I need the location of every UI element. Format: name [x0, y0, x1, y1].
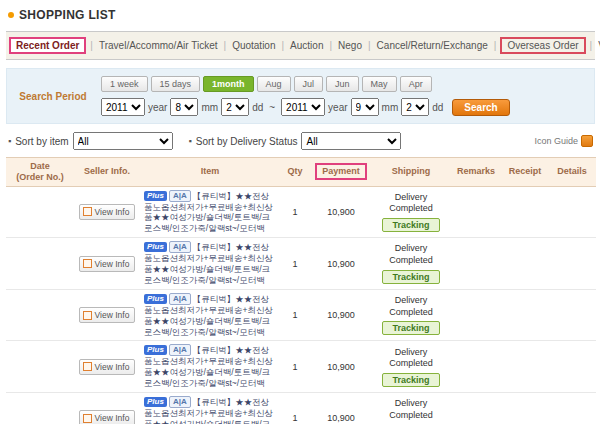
tab-divider: |	[590, 40, 593, 51]
header-date: Date (Order No.)	[6, 158, 74, 187]
item-title[interactable]: PlusA|A【큐티벅】★★전상품노옵션최저가+무료배송+최신상품★★여성가방/…	[144, 396, 276, 424]
from-month-label: mm	[201, 102, 218, 113]
view-info-button[interactable]: View Info	[79, 307, 136, 323]
icon-guide-link[interactable]: Icon Guide	[534, 135, 593, 147]
remarks-cell	[450, 341, 502, 393]
from-day-label: dd	[252, 102, 263, 113]
payment-cell: 10,900	[310, 341, 372, 393]
quick-1month-button[interactable]: 1month	[203, 76, 254, 92]
sort-delivery-bullet: ▪	[189, 136, 192, 146]
shipping-status: Delivery Completed	[380, 295, 442, 318]
tracking-button[interactable]: Tracking	[382, 321, 439, 335]
tab-auction[interactable]: Auction	[288, 39, 325, 52]
tab-nego[interactable]: Nego	[336, 39, 364, 52]
aa-badge: A|A	[169, 396, 191, 408]
qty-cell: 1	[280, 393, 310, 424]
date-range-row: 2011 year 8 mm 2 dd ~ 2011 year 9 mm 2 d…	[101, 98, 594, 116]
item-title[interactable]: PlusA|A【큐티벅】★★전상품노옵션최저가+무료배송+최신상품★★여성가방/…	[144, 190, 276, 235]
receipt-cell	[502, 341, 548, 393]
aa-badge: A|A	[169, 344, 191, 356]
tab-cancel-return-exchange[interactable]: Cancel/Return/Exchange	[375, 39, 490, 52]
plus-badge: Plus	[144, 294, 167, 304]
view-info-button[interactable]: View Info	[79, 204, 136, 220]
seller-info-cell: View Info	[74, 341, 140, 393]
quick-15days-button[interactable]: 15 days	[151, 76, 201, 92]
sort-item-bullet: ▪	[8, 136, 11, 146]
view-info-button[interactable]: View Info	[79, 410, 136, 424]
tab-divider: |	[368, 40, 371, 51]
seller-info-icon	[83, 259, 92, 268]
order-tab-bar: Recent Order | Travel/Accommo/Air Ticket…	[6, 31, 595, 60]
seller-info-cell: View Info	[74, 186, 140, 238]
to-day-select[interactable]: 2	[401, 98, 429, 116]
item-cell: PlusA|A【큐티벅】★★전상품노옵션최저가+무료배송+최신상품★★여성가방/…	[140, 289, 280, 341]
table-header-row: Date (Order No.) Seller Info. Item Qty P…	[6, 158, 596, 187]
tab-divider: |	[90, 40, 93, 51]
view-info-button[interactable]: View Info	[79, 359, 136, 375]
shipping-cell: Delivery Completed Tracking	[372, 186, 450, 238]
search-period-label: Search Period	[7, 69, 99, 123]
quick-jun-button[interactable]: Jun	[326, 76, 359, 92]
to-month-select[interactable]: 9	[351, 98, 379, 116]
item-title[interactable]: PlusA|A【큐티벅】★★전상품노옵션최저가+무료배송+최신상품★★여성가방/…	[144, 293, 276, 338]
sort-by-item-select[interactable]: All	[73, 132, 173, 150]
item-cell: PlusA|A【큐티벅】★★전상품노옵션최저가+무료배송+최신상품★★여성가방/…	[140, 393, 280, 424]
receipt-cell	[502, 238, 548, 290]
details-cell	[548, 186, 596, 238]
header-seller-info: Seller Info.	[74, 158, 140, 187]
tracking-button[interactable]: Tracking	[382, 218, 439, 232]
item-cell: PlusA|A【큐티벅】★★전상품노옵션최저가+무료배송+최신상품★★여성가방/…	[140, 341, 280, 393]
aa-badge: A|A	[169, 241, 191, 253]
from-day-select[interactable]: 2	[221, 98, 249, 116]
quick-may-button[interactable]: May	[362, 76, 397, 92]
search-controls: 1 week 15 days 1month Aug Jul Jun May Ap…	[99, 69, 594, 123]
tab-quotation[interactable]: Quotation	[230, 39, 277, 52]
title-bullet-icon	[8, 12, 14, 18]
details-cell	[548, 289, 596, 341]
table-row: View Info PlusA|A【큐티벅】★★전상품노옵션최저가+무료배송+최…	[6, 186, 596, 238]
tab-overseas-order[interactable]: Overseas Order	[500, 37, 585, 54]
tab-recent-order[interactable]: Recent Order	[9, 37, 86, 54]
tracking-button[interactable]: Tracking	[382, 270, 439, 284]
aa-badge: A|A	[169, 190, 191, 202]
seller-info-icon	[83, 207, 92, 216]
tracking-button[interactable]: Tracking	[382, 373, 439, 387]
quick-period-buttons: 1 week 15 days 1month Aug Jul Jun May Ap…	[101, 76, 594, 92]
from-month-select[interactable]: 8	[170, 98, 198, 116]
qty-cell: 1	[280, 186, 310, 238]
payment-cell: 10,900	[310, 186, 372, 238]
from-year-select[interactable]: 2011	[101, 98, 145, 116]
quick-1week-button[interactable]: 1 week	[101, 76, 148, 92]
header-payment: Payment	[310, 158, 372, 187]
shipping-status: Delivery Completed	[380, 243, 442, 266]
quick-aug-button[interactable]: Aug	[257, 76, 291, 92]
view-info-button[interactable]: View Info	[79, 256, 136, 272]
seller-info-cell: View Info	[74, 289, 140, 341]
tab-travel-accommo-air-ticket[interactable]: Travel/Accommo/Air Ticket	[97, 39, 220, 52]
sort-by-item-label: Sort by item	[15, 136, 68, 147]
item-title[interactable]: PlusA|A【큐티벅】★★전상품노옵션최저가+무료배송+최신상품★★여성가방/…	[144, 241, 276, 286]
orders-table: Date (Order No.) Seller Info. Item Qty P…	[6, 157, 596, 424]
header-shipping: Shipping	[372, 158, 450, 187]
sort-filter-row: ▪ Sort by item All ▪ Sort by Delivery St…	[6, 124, 595, 157]
quick-jul-button[interactable]: Jul	[294, 76, 324, 92]
tab-divider: |	[494, 40, 497, 51]
page-title: SHOPPING LIST	[19, 8, 116, 22]
quick-apr-button[interactable]: Apr	[400, 76, 432, 92]
qty-cell: 1	[280, 341, 310, 393]
table-row: View Info PlusA|A【큐티벅】★★전상품노옵션최저가+무료배송+최…	[6, 289, 596, 341]
search-button[interactable]: Search	[452, 99, 509, 116]
item-cell: PlusA|A【큐티벅】★★전상품노옵션최저가+무료배송+최신상품★★여성가방/…	[140, 186, 280, 238]
view-info-label: View Info	[95, 413, 130, 423]
tab-view-all[interactable]: View All	[596, 39, 600, 52]
shipping-status: Delivery Completed	[380, 398, 442, 421]
item-title[interactable]: PlusA|A【큐티벅】★★전상품노옵션최저가+무료배송+최신상품★★여성가방/…	[144, 344, 276, 389]
from-year-label: year	[148, 102, 167, 113]
payment-cell: 10,900	[310, 289, 372, 341]
header-receipt: Receipt	[502, 158, 548, 187]
to-year-select[interactable]: 2011	[281, 98, 325, 116]
sort-by-delivery-select[interactable]: All	[301, 132, 401, 150]
to-day-label: dd	[432, 102, 443, 113]
search-period-section: Search Period 1 week 15 days 1month Aug …	[6, 68, 595, 124]
aa-badge: A|A	[169, 293, 191, 305]
